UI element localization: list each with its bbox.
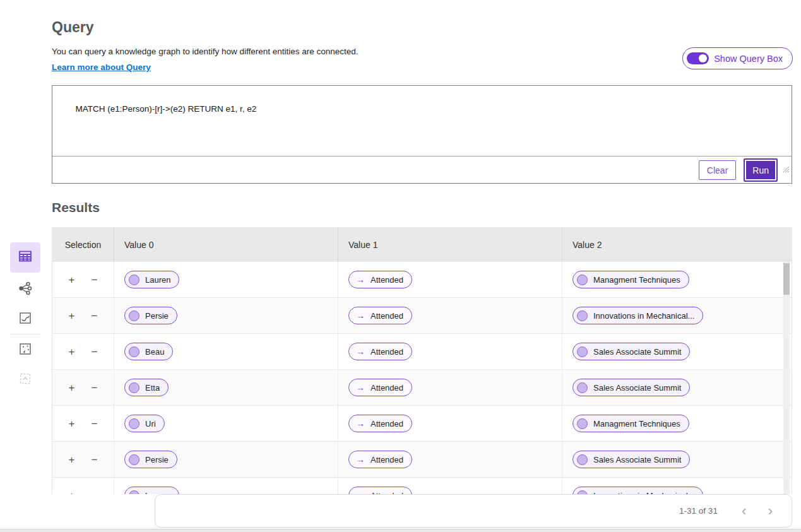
entity-pill-label: Beau [145,347,164,357]
target-pill[interactable]: Sales Associate Summit [573,343,690,360]
node-icon [129,275,139,285]
entity-pill[interactable]: Persie [124,307,177,324]
selection-cell: + − [52,442,114,477]
relation-pill[interactable]: → Attended [348,343,412,360]
run-button[interactable]: Run [744,158,778,182]
target-pill[interactable]: Sales Associate Summit [573,379,690,396]
value0-cell: Persie [114,298,338,333]
node-icon [129,490,139,495]
value2-cell: Managment Techniques [562,406,792,441]
value0-cell: Uri [114,406,338,441]
learn-more-link[interactable]: Learn more about Query [52,62,151,72]
expand-button[interactable]: + [69,454,75,465]
target-pill-label: Innovations in Mechanical... [593,311,694,321]
relation-pill[interactable]: → Attended [348,487,412,494]
expand-button[interactable]: + [69,346,75,357]
column-header-value1: Value 1 [338,227,562,262]
page-title: Query [52,19,93,36]
value1-cell: → Attended [338,370,562,405]
toggle-knob [698,54,708,63]
relation-pill-label: Attended [371,347,403,357]
query-actions-bar: Clear Run [52,156,792,184]
relation-arrow-icon: → [356,347,365,356]
expand-button[interactable]: + [69,418,75,429]
relation-pill[interactable]: → Attended [348,451,412,468]
query-input[interactable]: MATCH (e1:Person)-[r]->(e2) RETURN e1, r… [52,86,792,156]
target-pill[interactable]: Innovations in Mechanical... [573,487,703,494]
table-header-row: Selection Value 0 Value 1 Value 2 [52,227,792,262]
relation-pill[interactable]: → Attended [348,271,412,288]
column-header-value0: Value 0 [114,227,338,262]
relation-pill-label: Attended [371,275,403,285]
relation-pill[interactable]: → Attended [348,415,412,432]
table-scrollbar[interactable] [783,262,790,494]
column-header-value2: Value 2 [562,227,792,262]
scrollbar-thumb[interactable] [783,263,790,295]
target-pill[interactable]: Managment Techniques [573,271,689,288]
results-title: Results [52,200,100,215]
value2-cell: Sales Associate Summit [562,370,792,405]
target-pill-label: Sales Associate Summit [593,383,681,393]
show-query-box-toggle[interactable]: Show Query Box [682,47,793,69]
target-pill[interactable]: Sales Associate Summit [573,451,690,468]
value1-cell: → Attended [338,478,562,494]
target-pill[interactable]: Innovations in Mechanical... [573,307,703,324]
entity-pill[interactable]: Lauren [124,487,179,494]
expand-button[interactable]: + [69,310,75,321]
table-view-icon [18,249,33,266]
expand-button[interactable]: + [69,382,75,393]
node-icon [577,346,588,357]
entity-pill[interactable]: Persie [124,451,177,468]
sidebar-item-table-view[interactable] [10,242,40,273]
value2-cell: Sales Associate Summit [562,334,792,369]
prev-page-button[interactable]: ‹ [739,504,749,518]
relation-pill[interactable]: → Attended [348,379,412,396]
next-page-button[interactable]: › [766,504,775,518]
collapse-button[interactable]: − [92,275,98,285]
value1-cell: → Attended [338,406,562,441]
selection-cell: + − [52,370,114,405]
relation-arrow-icon: → [356,455,365,464]
sidebar-item-map-view[interactable] [10,335,40,365]
sidebar-item-graph-view[interactable] [10,275,40,305]
toggle-switch-icon[interactable] [687,52,709,64]
relation-arrow-icon: → [356,419,365,428]
expand-view-icon [18,372,32,388]
column-header-selection: Selection [52,227,114,262]
table-row: + − Etta → Attended Sales Associate Summ… [52,370,792,406]
collapse-button[interactable]: − [92,418,98,429]
entity-pill[interactable]: Etta [124,379,169,396]
entity-pill[interactable]: Uri [124,415,165,432]
collapse-button[interactable]: − [92,490,98,495]
page-range-label: 1-31 of 31 [679,506,718,516]
entity-pill[interactable]: Beau [124,343,173,360]
relation-pill-label: Attended [371,419,403,429]
entity-pill[interactable]: Lauren [124,271,179,288]
expand-button[interactable]: + [69,275,75,285]
selection-cell: + − [52,406,114,441]
clear-button[interactable]: Clear [699,160,736,180]
bottom-scroll-strip[interactable] [0,529,801,532]
relation-arrow-icon: → [356,275,365,284]
table-row: + − Lauren → Attended Innovations in Mec… [52,478,792,494]
relation-pill-label: Attended [371,383,403,393]
table-body: + − Lauren → Attended Managment Techniqu… [52,262,792,494]
entity-pill-label: Lauren [145,275,170,285]
map-view-icon [18,342,32,358]
node-icon [129,346,139,357]
sidebar-item-chart-view[interactable] [10,304,40,334]
collapse-button[interactable]: − [92,382,98,393]
table-row: + − Beau → Attended Sales Associate Summ… [52,334,792,370]
collapse-button[interactable]: − [92,310,98,321]
relation-arrow-icon: → [356,311,365,320]
view-sidebar [0,0,50,532]
target-pill-label: Sales Associate Summit [593,347,681,357]
collapse-button[interactable]: − [92,346,98,357]
value1-cell: → Attended [338,298,562,333]
resize-grip-icon[interactable] [782,146,790,154]
relation-pill[interactable]: → Attended [348,307,412,324]
target-pill[interactable]: Managment Techniques [573,415,689,432]
collapse-button[interactable]: − [92,454,98,465]
value0-cell: Beau [114,334,338,369]
expand-button[interactable]: + [69,490,75,495]
